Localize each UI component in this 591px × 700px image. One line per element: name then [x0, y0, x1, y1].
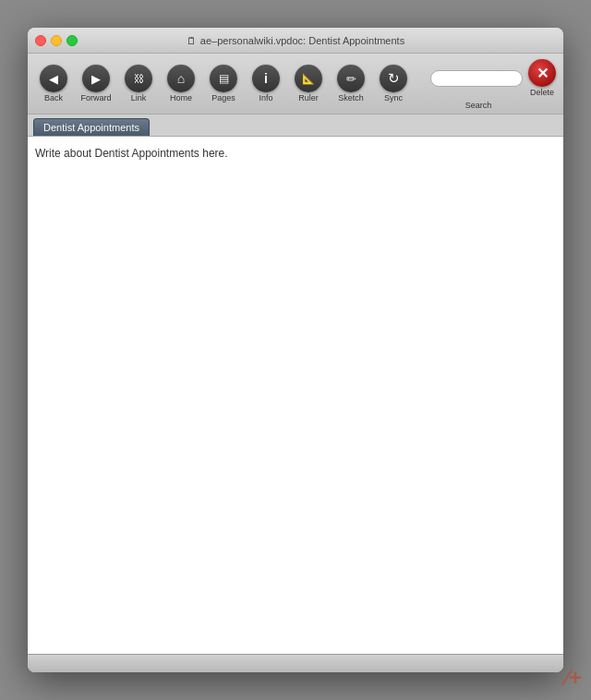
delete-button[interactable]: ✕ Delete	[526, 57, 558, 99]
sketch-icon: ✏	[337, 65, 365, 92]
pages-label: Pages	[211, 93, 235, 103]
active-tab[interactable]: Dentist Appointments	[33, 118, 150, 136]
back-icon: ◀	[40, 65, 67, 92]
link-label: Link	[131, 93, 147, 103]
maximize-button[interactable]	[66, 35, 78, 46]
search-area: ✕ Delete Search	[430, 57, 558, 110]
back-button[interactable]: ◀ Back	[33, 63, 74, 104]
info-button[interactable]: i Info	[246, 63, 286, 104]
link-button[interactable]: ⛓ Link	[118, 63, 159, 104]
content-placeholder: Write about Dentist Appointments here.	[35, 147, 228, 160]
content-area[interactable]: Write about Dentist Appointments here.	[28, 137, 563, 654]
forward-label: Forward	[80, 93, 111, 103]
search-input[interactable]	[430, 70, 523, 87]
search-label: Search	[465, 101, 492, 110]
sketch-label: Sketch	[338, 93, 364, 103]
pages-icon: ▤	[210, 65, 237, 92]
close-button[interactable]	[35, 35, 46, 46]
link-icon: ⛓	[125, 65, 152, 92]
forward-button[interactable]: ▶ Forward	[76, 63, 116, 104]
delete-icon: ✕	[528, 59, 556, 87]
status-bar	[28, 654, 563, 672]
minimize-button[interactable]	[51, 35, 62, 46]
ruler-icon: 📐	[295, 65, 322, 92]
title-label: ae–personalwiki.vpdoc: Dentist Appointme…	[200, 35, 404, 46]
sketch-button[interactable]: ✏ Sketch	[331, 63, 371, 104]
info-icon: i	[252, 65, 280, 92]
sync-button[interactable]: ↻ Sync	[373, 63, 414, 104]
tab-label: Dentist Appointments	[43, 122, 139, 133]
home-icon: ⌂	[167, 65, 195, 92]
app-window: 🗒 ae–personalwiki.vpdoc: Dentist Appoint…	[28, 28, 563, 672]
title-bar: 🗒 ae–personalwiki.vpdoc: Dentist Appoint…	[28, 28, 563, 54]
home-label: Home	[170, 93, 192, 103]
sync-label: Sync	[384, 93, 403, 103]
toolbar: ◀ Back ▶ Forward ⛓ Link ⌂ Home ▤ Pages i	[28, 54, 563, 115]
back-label: Back	[44, 93, 63, 103]
ruler-button[interactable]: 📐 Ruler	[288, 63, 329, 104]
toolbar-buttons: ◀ Back ▶ Forward ⛓ Link ⌂ Home ▤ Pages i	[33, 63, 428, 104]
window-title: 🗒 ae–personalwiki.vpdoc: Dentist Appoint…	[28, 35, 563, 46]
traffic-lights	[35, 35, 78, 46]
title-icon: 🗒	[187, 35, 197, 46]
tab-bar: Dentist Appointments	[28, 115, 563, 137]
ruler-label: Ruler	[298, 93, 319, 103]
watermark: ∕+	[565, 665, 582, 691]
forward-icon: ▶	[82, 65, 110, 92]
sync-icon: ↻	[380, 65, 407, 92]
pages-button[interactable]: ▤ Pages	[203, 63, 244, 104]
info-label: Info	[259, 93, 272, 103]
home-button[interactable]: ⌂ Home	[161, 63, 201, 104]
search-wrapper: ✕ Delete	[430, 57, 558, 99]
delete-label: Delete	[530, 88, 554, 97]
